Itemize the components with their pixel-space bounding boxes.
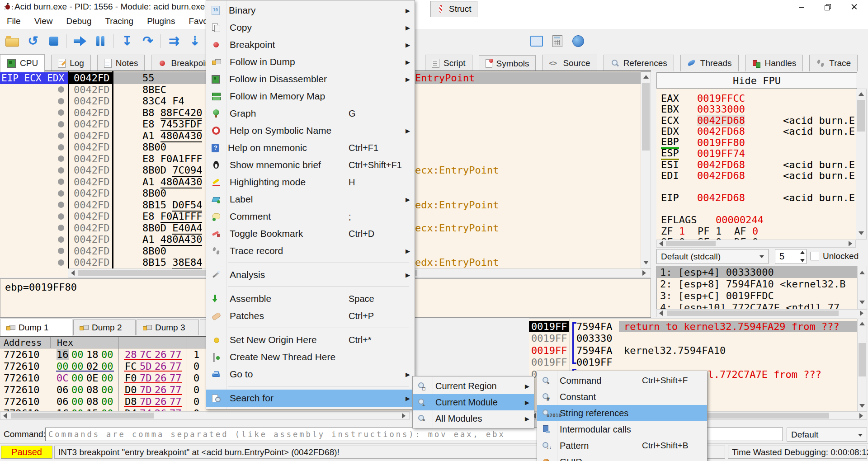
register-gap[interactable] (656, 181, 856, 193)
menu-item-create-new-thread-here[interactable]: Create New Thread Here (206, 348, 415, 366)
register-row[interactable]: ESP0019FF74 (656, 148, 856, 160)
tab-trace[interactable]: Trace (809, 55, 858, 71)
tab-cpu[interactable]: CPU (0, 54, 45, 72)
menu-item-set-new-origin-here[interactable]: Set New Origin HereCtrl+* (206, 331, 415, 348)
register-row[interactable]: EIP0042FD68<acid burn.E (656, 193, 856, 204)
open-folder-icon[interactable] (4, 33, 21, 50)
close-button[interactable] (841, 0, 867, 14)
menu-item-search-for[interactable]: Search for▶ (206, 390, 415, 407)
register-row[interactable]: EDI0042FD68<acid burn.E (656, 170, 856, 182)
tab-dump-3[interactable]: Dump 3 (137, 320, 199, 335)
tab-struct[interactable]: Struct (430, 1, 477, 17)
stack-row[interactable]: 0019FF003330 (529, 333, 857, 345)
menu-item-show-mnemonic-brief[interactable]: Show mnemonic briefCtrl+Shift+F1 (206, 156, 415, 174)
menu-item-graph[interactable]: GraphG (206, 105, 415, 122)
menu-item-trace-record[interactable]: Trace record▶ (206, 242, 415, 259)
menu-item-string-references[interactable]: String references (537, 405, 707, 421)
registers-hscroll[interactable] (656, 240, 856, 248)
stack-arg-row[interactable]: 1: [esp+4] 00333000 (657, 266, 867, 278)
menu-item-analysis[interactable]: Analysis▶ (206, 266, 415, 283)
menu-item-follow-in-memory-map[interactable]: Follow in Memory Map (206, 88, 415, 105)
register-row[interactable]: EBP0019FF80 (656, 137, 856, 148)
menu-item-patches[interactable]: PatchesCtrl+P (206, 307, 415, 325)
maximize-button[interactable] (815, 0, 841, 14)
spinner-down-icon[interactable] (800, 259, 805, 262)
menu-item-constant[interactable]: Constant (537, 389, 707, 405)
menubar-item-file[interactable]: File (0, 14, 28, 29)
tab-dump-2[interactable]: Dump 2 (73, 320, 136, 335)
menu-item-command[interactable]: CommandCtrl+Shift+F (537, 372, 707, 389)
arg-count-spinner[interactable]: 5 (775, 249, 807, 264)
register-row[interactable]: EBX00333000 (656, 104, 856, 115)
register-row[interactable]: EDX0042FD68<acid burn.E (656, 126, 856, 137)
stack-row[interactable]: 0019FF7594FAkernel32.7594FA10 (529, 344, 857, 357)
register-gap[interactable] (656, 203, 856, 215)
menubar-item-tracing[interactable]: Tracing (98, 14, 140, 29)
tab-references[interactable]: References (604, 55, 674, 71)
register-row[interactable]: ECX0042FD68<acid burn.E (656, 115, 856, 126)
menu-item-copy[interactable]: Copy▶ (206, 19, 415, 36)
menu-item-pattern[interactable]: PatternCtrl+Shift+B (537, 437, 707, 454)
menu-item-label[interactable]: Label▶ (206, 191, 415, 208)
menu-item-intermodular-calls[interactable]: Intermodular calls (537, 421, 707, 437)
menubar-item-plugins[interactable]: Plugins (140, 14, 182, 29)
menu-item-follow-in-dump[interactable]: Follow in Dump▶ (206, 53, 415, 71)
dump-hscroll[interactable] (0, 411, 410, 420)
tab-symbols[interactable]: Symbols (479, 55, 536, 72)
tab-threads[interactable]: Threads (680, 55, 739, 71)
stack-row[interactable]: 0019FF7594FAreturn to kernel32.7594FA29 … (529, 320, 857, 333)
stack-args-vscroll[interactable] (857, 266, 867, 309)
registers-vscroll[interactable] (856, 89, 867, 240)
tab-handles[interactable]: Handles (745, 55, 803, 71)
stack-arg-row[interactable]: 3: [esp+C] 0019FFDC (657, 290, 867, 301)
menubar-item-view[interactable]: View (28, 14, 60, 29)
stop-icon[interactable] (45, 33, 62, 50)
tab-dump-1[interactable]: Dump 1 (0, 319, 72, 336)
tab-log[interactable]: Log (51, 55, 91, 71)
register-row[interactable]: EFLAGS00000244 (656, 215, 856, 226)
menu-item-current-module[interactable]: Current Module▶ (413, 394, 534, 410)
register-row[interactable]: ZF1PF1AF0 (656, 226, 856, 237)
step-into-icon[interactable]: ↧ (118, 33, 136, 50)
stack-args-hscroll[interactable] (656, 309, 867, 317)
menu-item-find-references-to[interactable]: Find references to▶ (206, 407, 415, 409)
menu-item-comment[interactable]: Comment; (206, 208, 415, 225)
spinner-up-icon[interactable] (800, 251, 805, 254)
register-row[interactable]: ESI0042FD68<acid burn.E (656, 159, 856, 170)
restart-icon[interactable]: ↺ (24, 33, 42, 50)
disasm-vscroll[interactable] (641, 71, 651, 268)
run-to-user-code-icon[interactable]: ⇉ (165, 33, 183, 50)
register-row[interactable]: EAX0019FFCC (656, 93, 856, 104)
menu-item-toggle-bookmark[interactable]: Toggle BookmarkCtrl+D (206, 225, 415, 242)
hide-fpu-button[interactable]: Hide FPU (656, 72, 857, 89)
command-profile-dropdown[interactable]: Default (787, 428, 867, 442)
pause-icon[interactable] (92, 33, 109, 50)
calculator-icon[interactable] (549, 33, 566, 50)
stack-vscroll[interactable] (857, 319, 867, 411)
unlocked-checkbox[interactable] (811, 252, 819, 260)
tab-notes[interactable]: Notes (97, 55, 145, 71)
menu-item-binary[interactable]: Binary▶ (206, 2, 415, 19)
menu-item-all-modules[interactable]: All Modules▶ (413, 410, 534, 427)
window-icon[interactable] (528, 33, 545, 50)
menu-item-help-on-symbolic-name[interactable]: Help on Symbolic Name▶ (206, 122, 415, 139)
menu-item-follow-in-disassembler[interactable]: Follow in Disassembler▶ (206, 71, 415, 88)
menubar-item-debug[interactable]: Debug (59, 14, 98, 29)
globe-icon[interactable] (570, 33, 587, 50)
stack-arg-row[interactable]: 2: [esp+8] 7594FA10 <kernel32.B (657, 278, 867, 290)
step-out-icon[interactable]: ⇣ (186, 33, 203, 50)
stack-row[interactable]: 0019FF0019FF (529, 357, 857, 369)
menu-item-go-to[interactable]: Go to▶ (206, 366, 415, 383)
menu-item-assemble[interactable]: AssembleSpace (206, 290, 415, 307)
tab-source[interactable]: Source (542, 55, 597, 71)
calling-convention-dropdown[interactable]: Default (stdcall) (656, 249, 769, 264)
menu-item-current-region[interactable]: Current Region▶ (413, 378, 534, 394)
menu-item-help-on-mnemonic[interactable]: Help on mnemonicCtrl+F1 (206, 139, 415, 156)
run-icon[interactable] (71, 33, 89, 50)
minimize-button[interactable] (788, 0, 815, 14)
step-over-icon[interactable]: ↷ (139, 33, 156, 50)
menu-item-guid[interactable]: GUID (537, 454, 707, 461)
tab-script[interactable]: Script (425, 55, 472, 71)
menu-item-highlighting-mode[interactable]: Highlighting modeH (206, 174, 415, 191)
menu-item-breakpoint[interactable]: Breakpoint▶ (206, 36, 415, 53)
